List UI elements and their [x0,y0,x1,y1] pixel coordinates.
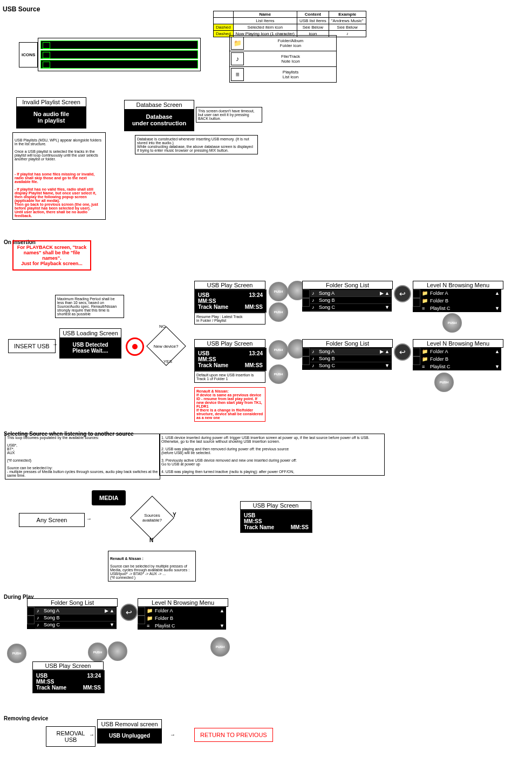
invalid-playlist-screen: Invalid Playlist Screen No audio file in… [16,97,86,129]
folder-song-list-3[interactable]: ♪Song A▶ ▲ ♪Song B ♪Song C▼ [35,607,117,629]
source-loop-note: This loop becomes populated by the avail… [5,434,160,479]
list-icon: ≡ [231,68,244,81]
no-label: NO [159,324,166,329]
reading-period-note: Maximum Reading Period shall be less tha… [55,295,124,318]
browsing-menu-2[interactable]: 📁Folder A▲ 📁Folder B ≡Playlist C▼ [420,348,501,370]
usb-play-caption-2: USB Play Screen [194,339,265,348]
folder-list-caption: Folder Song List [302,281,393,289]
usb-play-screen-4: USB13:24 MM:SS Track NameMM:SS [32,670,105,693]
database-note: Database is constructed whenever inserti… [135,135,258,154]
browsing-caption-2: Level N Browsing Menu [413,339,503,348]
y-label: Y [173,512,176,518]
usb-play-screen-2: USB13:24 MM:SS Track NameMM:SS [194,348,267,371]
push-knob[interactable]: PUSH [88,643,107,662]
arrow-icon: → [52,341,58,347]
folder-list-caption-2: Folder Song List [302,339,393,348]
arrow-icon: → [170,732,175,738]
playback-note: For PLAYBACK screen, "track names" shall… [12,240,91,271]
push-knob[interactable]: PUSH [210,637,230,657]
arrow-icon: → [86,516,92,522]
folder-icon: 📁 [231,37,244,50]
decision-sources: Sources available? [130,496,174,540]
back-button[interactable]: ↩ [394,343,411,361]
renault-media-note: Renault & Nissan : Source can be selecte… [108,551,196,582]
return-previous-box: RETURN TO PREVIOUS [194,728,273,742]
icons-bars [38,38,201,71]
folder-song-list[interactable]: ♪Song A▶ ▲ ♪Song B ♪Song C▼ [310,289,392,312]
rotary-knob[interactable] [108,641,127,661]
yes-label: YES [163,359,172,364]
push-knob[interactable]: PUSH [269,340,288,360]
any-screen-box: Any Screen [19,513,85,527]
source-rules-note: 1. USB device inserted during power off:… [159,434,385,476]
usb-play-caption: USB Play Screen [194,281,265,289]
target-icon [126,337,144,356]
usb-play-screen: USB13:24 MM:SS Track NameMM:SS [194,289,267,313]
icons-area: ICONS [19,38,201,71]
browsing-menu[interactable]: 📁Folder A▲ 📁Folder B ≡Playlist C▼ [420,289,501,312]
back-button[interactable]: ↩ [394,285,411,302]
playlist-note: USB Playlists (M3U, WPL) appear alongsid… [12,132,106,220]
insert-usb-box: INSERT USB [8,339,56,353]
removing-title: Removing device [4,715,48,721]
usb-play-caption-3: USB Play Screen [240,501,311,510]
folder-song-list-2[interactable]: ♪Song A▶ ▲ ♪Song B ♪Song C▼ [310,348,392,370]
media-button[interactable]: MEDIA [92,490,126,505]
removal-usb-box: REMOVAL USB [46,726,96,747]
icons-label: ICONS [19,42,38,67]
n-label: N [149,537,153,543]
push-knob[interactable]: PUSH [269,302,288,322]
push-knob[interactable]: PUSH [269,282,288,301]
note-icon: ♪ [231,52,244,65]
usb-removal-screen: USB Removal screen USB Unplugged [97,719,162,744]
database-screen: Database Screen Database under construct… [124,100,194,131]
usb-play-caption-4: USB Play Screen [32,661,104,670]
browsing-caption-3: Level N Browsing Menu [138,598,228,607]
icon-legend: 📁 Folder/AlbumFolder icon ♪ File/TrackNo… [229,35,337,82]
resume-note: Resume Play : Latest Track in Folder / P… [194,313,265,325]
push-knob[interactable]: PUSH [269,364,288,384]
usb-loading-screen: USB Loading Screen USB Detected Please W… [59,328,121,359]
arrow-icon: → [89,732,94,738]
legend-table: Name Content Example List Items USB list… [213,11,366,37]
push-knob[interactable]: PUSH [7,644,26,663]
browsing-menu-3[interactable]: 📁Folder A▲ 📁Folder B ≡Playlist C▼ [145,607,226,630]
usb-play-screen-3: USB MM:SS Track NameMM:SS [240,510,312,533]
push-knob[interactable]: PUSH [442,313,462,333]
list-tabs: ♪⬤ [302,289,310,312]
folder-list-caption-3: Folder Song List [27,598,118,607]
default-note: Default upon new USB insertion is Track … [194,371,265,383]
back-button[interactable]: ↩ [120,604,138,621]
browsing-caption: Level N Browsing Menu [413,281,503,289]
db-timeout-note: This screen doesn't have timeout, but us… [196,107,262,123]
push-knob[interactable]: PUSH [434,373,454,392]
renault-note: Renault & Nissan: If device is same as p… [194,387,265,422]
